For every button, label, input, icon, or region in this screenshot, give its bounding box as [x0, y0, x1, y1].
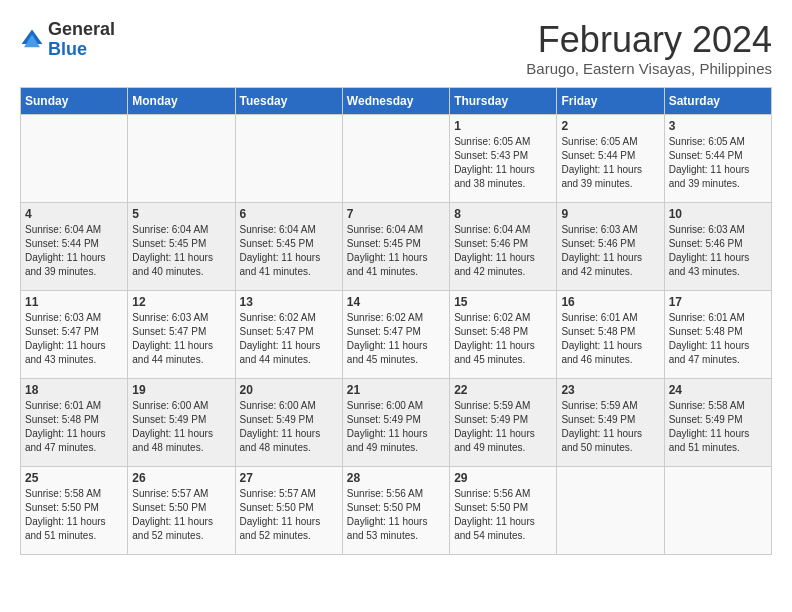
weekday-header-thursday: Thursday	[450, 87, 557, 114]
calendar-cell: 21Sunrise: 6:00 AM Sunset: 5:49 PM Dayli…	[342, 378, 449, 466]
calendar-cell	[664, 466, 771, 554]
day-info: Sunrise: 5:57 AM Sunset: 5:50 PM Dayligh…	[240, 487, 338, 543]
day-info: Sunrise: 6:01 AM Sunset: 5:48 PM Dayligh…	[669, 311, 767, 367]
calendar-cell: 9Sunrise: 6:03 AM Sunset: 5:46 PM Daylig…	[557, 202, 664, 290]
day-info: Sunrise: 6:05 AM Sunset: 5:43 PM Dayligh…	[454, 135, 552, 191]
calendar-cell: 24Sunrise: 5:58 AM Sunset: 5:49 PM Dayli…	[664, 378, 771, 466]
day-info: Sunrise: 6:04 AM Sunset: 5:45 PM Dayligh…	[240, 223, 338, 279]
day-info: Sunrise: 6:04 AM Sunset: 5:46 PM Dayligh…	[454, 223, 552, 279]
day-number: 6	[240, 207, 338, 221]
day-number: 19	[132, 383, 230, 397]
calendar-cell	[235, 114, 342, 202]
day-info: Sunrise: 6:04 AM Sunset: 5:45 PM Dayligh…	[132, 223, 230, 279]
day-number: 18	[25, 383, 123, 397]
calendar-cell: 10Sunrise: 6:03 AM Sunset: 5:46 PM Dayli…	[664, 202, 771, 290]
day-number: 4	[25, 207, 123, 221]
day-number: 14	[347, 295, 445, 309]
day-info: Sunrise: 6:00 AM Sunset: 5:49 PM Dayligh…	[240, 399, 338, 455]
calendar-cell: 17Sunrise: 6:01 AM Sunset: 5:48 PM Dayli…	[664, 290, 771, 378]
day-number: 2	[561, 119, 659, 133]
day-number: 27	[240, 471, 338, 485]
calendar-body: 1Sunrise: 6:05 AM Sunset: 5:43 PM Daylig…	[21, 114, 772, 554]
calendar-week-row: 1Sunrise: 6:05 AM Sunset: 5:43 PM Daylig…	[21, 114, 772, 202]
day-number: 13	[240, 295, 338, 309]
day-number: 23	[561, 383, 659, 397]
calendar-cell: 5Sunrise: 6:04 AM Sunset: 5:45 PM Daylig…	[128, 202, 235, 290]
calendar-table: SundayMondayTuesdayWednesdayThursdayFrid…	[20, 87, 772, 555]
day-info: Sunrise: 6:03 AM Sunset: 5:46 PM Dayligh…	[561, 223, 659, 279]
logo-icon	[20, 28, 44, 52]
day-info: Sunrise: 6:02 AM Sunset: 5:48 PM Dayligh…	[454, 311, 552, 367]
day-number: 16	[561, 295, 659, 309]
calendar-cell	[557, 466, 664, 554]
day-info: Sunrise: 6:05 AM Sunset: 5:44 PM Dayligh…	[669, 135, 767, 191]
day-info: Sunrise: 6:03 AM Sunset: 5:47 PM Dayligh…	[132, 311, 230, 367]
calendar-cell: 12Sunrise: 6:03 AM Sunset: 5:47 PM Dayli…	[128, 290, 235, 378]
weekday-header-friday: Friday	[557, 87, 664, 114]
weekday-header-saturday: Saturday	[664, 87, 771, 114]
logo-text: General Blue	[48, 20, 115, 60]
calendar-cell: 3Sunrise: 6:05 AM Sunset: 5:44 PM Daylig…	[664, 114, 771, 202]
calendar-cell: 27Sunrise: 5:57 AM Sunset: 5:50 PM Dayli…	[235, 466, 342, 554]
calendar-cell: 1Sunrise: 6:05 AM Sunset: 5:43 PM Daylig…	[450, 114, 557, 202]
day-number: 8	[454, 207, 552, 221]
day-info: Sunrise: 5:59 AM Sunset: 5:49 PM Dayligh…	[561, 399, 659, 455]
calendar-cell: 28Sunrise: 5:56 AM Sunset: 5:50 PM Dayli…	[342, 466, 449, 554]
weekday-header-row: SundayMondayTuesdayWednesdayThursdayFrid…	[21, 87, 772, 114]
day-info: Sunrise: 6:03 AM Sunset: 5:47 PM Dayligh…	[25, 311, 123, 367]
day-info: Sunrise: 6:01 AM Sunset: 5:48 PM Dayligh…	[25, 399, 123, 455]
calendar-cell	[342, 114, 449, 202]
calendar-cell: 13Sunrise: 6:02 AM Sunset: 5:47 PM Dayli…	[235, 290, 342, 378]
day-info: Sunrise: 6:00 AM Sunset: 5:49 PM Dayligh…	[132, 399, 230, 455]
day-number: 11	[25, 295, 123, 309]
calendar-cell: 26Sunrise: 5:57 AM Sunset: 5:50 PM Dayli…	[128, 466, 235, 554]
calendar-cell: 29Sunrise: 5:56 AM Sunset: 5:50 PM Dayli…	[450, 466, 557, 554]
day-number: 28	[347, 471, 445, 485]
day-info: Sunrise: 6:02 AM Sunset: 5:47 PM Dayligh…	[240, 311, 338, 367]
day-info: Sunrise: 6:03 AM Sunset: 5:46 PM Dayligh…	[669, 223, 767, 279]
day-number: 20	[240, 383, 338, 397]
day-info: Sunrise: 6:01 AM Sunset: 5:48 PM Dayligh…	[561, 311, 659, 367]
calendar-cell: 16Sunrise: 6:01 AM Sunset: 5:48 PM Dayli…	[557, 290, 664, 378]
calendar-cell: 20Sunrise: 6:00 AM Sunset: 5:49 PM Dayli…	[235, 378, 342, 466]
calendar-week-row: 11Sunrise: 6:03 AM Sunset: 5:47 PM Dayli…	[21, 290, 772, 378]
day-number: 1	[454, 119, 552, 133]
weekday-header-monday: Monday	[128, 87, 235, 114]
calendar-week-row: 4Sunrise: 6:04 AM Sunset: 5:44 PM Daylig…	[21, 202, 772, 290]
day-number: 15	[454, 295, 552, 309]
calendar-cell	[21, 114, 128, 202]
calendar-cell: 25Sunrise: 5:58 AM Sunset: 5:50 PM Dayli…	[21, 466, 128, 554]
day-info: Sunrise: 5:58 AM Sunset: 5:50 PM Dayligh…	[25, 487, 123, 543]
logo: General Blue	[20, 20, 115, 60]
day-info: Sunrise: 6:04 AM Sunset: 5:44 PM Dayligh…	[25, 223, 123, 279]
day-info: Sunrise: 6:05 AM Sunset: 5:44 PM Dayligh…	[561, 135, 659, 191]
calendar-cell: 2Sunrise: 6:05 AM Sunset: 5:44 PM Daylig…	[557, 114, 664, 202]
calendar-week-row: 18Sunrise: 6:01 AM Sunset: 5:48 PM Dayli…	[21, 378, 772, 466]
day-info: Sunrise: 5:58 AM Sunset: 5:49 PM Dayligh…	[669, 399, 767, 455]
day-number: 24	[669, 383, 767, 397]
day-number: 9	[561, 207, 659, 221]
day-info: Sunrise: 5:56 AM Sunset: 5:50 PM Dayligh…	[347, 487, 445, 543]
weekday-header-sunday: Sunday	[21, 87, 128, 114]
day-number: 17	[669, 295, 767, 309]
title-area: February 2024 Barugo, Eastern Visayas, P…	[526, 20, 772, 77]
day-number: 7	[347, 207, 445, 221]
calendar-header: SundayMondayTuesdayWednesdayThursdayFrid…	[21, 87, 772, 114]
day-number: 22	[454, 383, 552, 397]
day-info: Sunrise: 6:04 AM Sunset: 5:45 PM Dayligh…	[347, 223, 445, 279]
calendar-cell: 8Sunrise: 6:04 AM Sunset: 5:46 PM Daylig…	[450, 202, 557, 290]
calendar-cell: 22Sunrise: 5:59 AM Sunset: 5:49 PM Dayli…	[450, 378, 557, 466]
calendar-cell: 6Sunrise: 6:04 AM Sunset: 5:45 PM Daylig…	[235, 202, 342, 290]
day-info: Sunrise: 5:56 AM Sunset: 5:50 PM Dayligh…	[454, 487, 552, 543]
calendar-cell: 19Sunrise: 6:00 AM Sunset: 5:49 PM Dayli…	[128, 378, 235, 466]
calendar-cell: 7Sunrise: 6:04 AM Sunset: 5:45 PM Daylig…	[342, 202, 449, 290]
calendar-cell: 15Sunrise: 6:02 AM Sunset: 5:48 PM Dayli…	[450, 290, 557, 378]
day-info: Sunrise: 5:59 AM Sunset: 5:49 PM Dayligh…	[454, 399, 552, 455]
header: General Blue February 2024 Barugo, Easte…	[20, 20, 772, 77]
location-title: Barugo, Eastern Visayas, Philippines	[526, 60, 772, 77]
day-number: 10	[669, 207, 767, 221]
calendar-cell: 18Sunrise: 6:01 AM Sunset: 5:48 PM Dayli…	[21, 378, 128, 466]
calendar-week-row: 25Sunrise: 5:58 AM Sunset: 5:50 PM Dayli…	[21, 466, 772, 554]
day-number: 3	[669, 119, 767, 133]
weekday-header-tuesday: Tuesday	[235, 87, 342, 114]
